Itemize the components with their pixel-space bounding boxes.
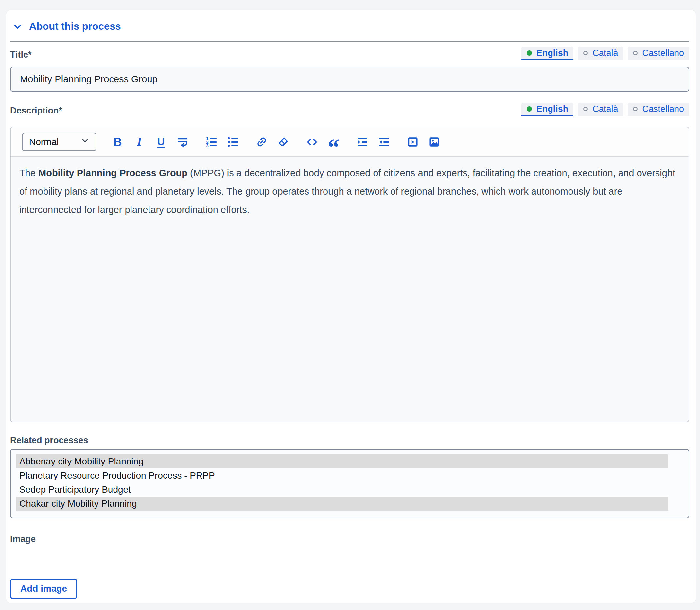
language-switcher-description: English Català Castellano — [521, 103, 689, 116]
select-option[interactable]: Abbenay city Mobility Planning — [16, 454, 668, 468]
description-text-lead: The — [19, 168, 38, 178]
outdent-button[interactable] — [377, 134, 392, 150]
ordered-list-icon: 123 — [205, 136, 218, 148]
select-option[interactable]: Chakar city Mobility Planning — [16, 497, 668, 511]
clear-format-icon — [277, 136, 289, 148]
bold-button[interactable]: B — [110, 134, 125, 150]
language-tab-catala[interactable]: Català — [578, 47, 623, 60]
related-processes-listbox[interactable]: Abbenay city Mobility Planning Planetary… — [10, 449, 689, 518]
section-divider — [10, 41, 689, 42]
language-switcher-title: English Català Castellano — [521, 47, 689, 60]
editor-toolbar: Normal B I U 123 — [11, 127, 688, 157]
ordered-list-button[interactable]: 123 — [204, 134, 219, 150]
language-tab-label: Català — [592, 104, 618, 114]
title-input[interactable] — [10, 67, 689, 92]
language-tab-english[interactable]: English — [521, 47, 574, 60]
image-icon — [428, 136, 441, 148]
language-tab-english[interactable]: English — [521, 103, 574, 116]
bold-icon: B — [113, 135, 122, 148]
code-view-button[interactable] — [304, 134, 320, 150]
toolbar-group-link — [254, 134, 291, 150]
select-option[interactable]: Planetary Resource Production Process - … — [16, 468, 668, 482]
indent-button[interactable] — [355, 134, 370, 150]
blockquote-button[interactable]: “ — [326, 134, 341, 150]
language-tab-label: English — [537, 104, 569, 114]
language-tab-castellano[interactable]: Castellano — [628, 103, 689, 116]
clear-format-button[interactable] — [276, 134, 291, 150]
chevron-down-icon — [13, 21, 22, 31]
title-label: Title* — [10, 49, 32, 60]
chevron-down-icon — [81, 137, 89, 147]
active-language-dot-icon — [527, 106, 532, 112]
language-tab-label: Català — [592, 48, 618, 58]
description-text-bold: Mobility Planning Process Group — [38, 168, 188, 178]
add-image-button[interactable]: Add image — [10, 579, 77, 599]
toolbar-group-media — [405, 134, 442, 150]
language-tab-label: Castellano — [642, 48, 684, 58]
inactive-language-dot-icon — [633, 51, 637, 55]
underline-button[interactable]: U — [154, 134, 169, 150]
description-label-row: Description* English Català Castellano — [10, 103, 689, 116]
paragraph-style-select[interactable]: Normal — [22, 133, 96, 151]
outdent-icon — [378, 136, 390, 148]
inactive-language-dot-icon — [583, 107, 588, 111]
code-view-icon — [306, 136, 318, 148]
description-label: Description* — [10, 105, 62, 116]
form-card: About this process Title* English Català… — [6, 10, 696, 604]
description-content[interactable]: The Mobility Planning Process Group (MPP… — [11, 157, 688, 422]
line-break-button[interactable] — [175, 134, 190, 150]
bullet-list-icon — [227, 136, 239, 148]
italic-icon: I — [137, 135, 142, 148]
toolbar-group-text-style: B I U — [110, 134, 190, 150]
toolbar-group-lists: 123 — [204, 134, 240, 150]
inactive-language-dot-icon — [633, 107, 637, 111]
title-label-row: Title* English Català Castellano — [10, 47, 689, 60]
inactive-language-dot-icon — [583, 51, 588, 55]
video-icon — [407, 136, 419, 148]
image-button[interactable] — [427, 134, 442, 150]
bullet-list-button[interactable] — [225, 134, 240, 150]
svg-text:3: 3 — [206, 143, 208, 148]
section-toggle-about[interactable]: About this process — [13, 21, 121, 32]
link-icon — [255, 136, 268, 148]
section-title: About this process — [29, 21, 121, 32]
select-option[interactable]: Sedep Participatory Budget — [16, 482, 668, 497]
language-tab-label: English — [537, 48, 569, 58]
video-button[interactable] — [405, 134, 420, 150]
related-processes-label: Related processes — [10, 435, 689, 446]
toolbar-group-code-quote: “ — [304, 134, 341, 150]
link-button[interactable] — [254, 134, 269, 150]
language-tab-catala[interactable]: Català — [578, 103, 623, 116]
underline-icon: U — [157, 136, 164, 148]
language-tab-label: Castellano — [642, 104, 684, 114]
description-editor: Normal B I U 123 — [10, 127, 689, 422]
image-label: Image — [10, 533, 689, 545]
language-tab-castellano[interactable]: Castellano — [628, 47, 689, 60]
paragraph-style-value: Normal — [29, 137, 59, 147]
active-language-dot-icon — [527, 50, 532, 55]
line-break-icon — [176, 136, 189, 148]
indent-icon — [356, 136, 369, 148]
italic-button[interactable]: I — [132, 134, 147, 150]
toolbar-group-indent — [355, 134, 392, 150]
